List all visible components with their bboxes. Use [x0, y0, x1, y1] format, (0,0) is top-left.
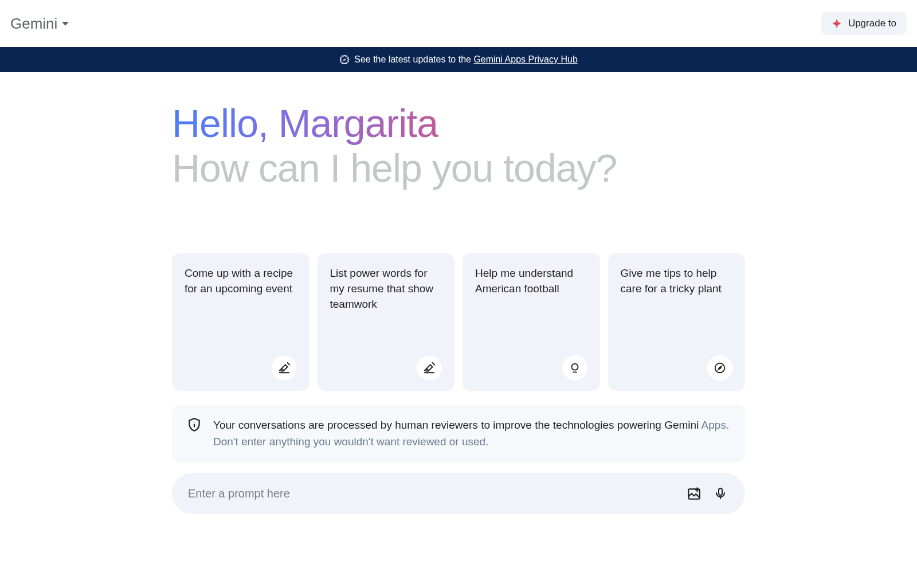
banner-text: See the latest updates to the Gemini App… [354, 54, 578, 65]
suggestion-card[interactable]: Give me tips to help care for a tricky p… [608, 253, 746, 391]
prompt-bar [172, 473, 745, 514]
card-text: Help me understand American football [475, 266, 587, 296]
prompt-input[interactable] [188, 487, 676, 500]
suggestion-cards: Come up with a recipe for an upcoming ev… [172, 253, 745, 391]
suggestion-card[interactable]: List power words for my resume that show… [318, 253, 455, 391]
upgrade-label: Upgrade to [848, 18, 896, 29]
svg-point-0 [571, 364, 578, 370]
svg-rect-6 [719, 488, 722, 495]
brand-dropdown[interactable]: Gemini [10, 15, 69, 33]
lightbulb-icon [562, 355, 587, 381]
draw-icon [417, 355, 442, 381]
card-text: Come up with a recipe for an upcoming ev… [185, 266, 297, 296]
shield-info-icon [187, 417, 202, 434]
image-upload-icon[interactable] [685, 485, 703, 502]
draw-icon [272, 355, 297, 381]
main-content: Hello, Margarita How can I help you toda… [172, 72, 745, 514]
svg-marker-2 [718, 367, 722, 370]
upgrade-button[interactable]: Upgrade to [821, 12, 907, 35]
microphone-icon[interactable] [712, 485, 729, 502]
sparkle-icon [831, 18, 842, 29]
compass-icon [707, 355, 732, 381]
suggestion-card[interactable]: Help me understand American football [463, 253, 600, 391]
card-text: List power words for my resume that show… [330, 266, 442, 312]
notice-text: Your conversations are processed by huma… [213, 417, 730, 450]
greeting-hello: Hello, Margarita [172, 101, 745, 146]
privacy-hub-link[interactable]: Gemini Apps Privacy Hub [473, 54, 577, 64]
brand-label: Gemini [10, 15, 57, 33]
card-text: Give me tips to help care for a tricky p… [621, 266, 733, 296]
notice-line1: Your conversations are processed by huma… [213, 419, 699, 431]
verified-icon [339, 54, 350, 65]
privacy-notice: Your conversations are processed by huma… [172, 405, 745, 462]
greeting-sub: How can I help you today? [172, 146, 745, 190]
suggestion-card[interactable]: Come up with a recipe for an upcoming ev… [172, 253, 309, 391]
caret-down-icon [62, 22, 69, 26]
privacy-banner: See the latest updates to the Gemini App… [0, 47, 917, 72]
header: Gemini Upgrade to [0, 0, 917, 47]
banner-prefix: See the latest updates to the [354, 54, 473, 64]
